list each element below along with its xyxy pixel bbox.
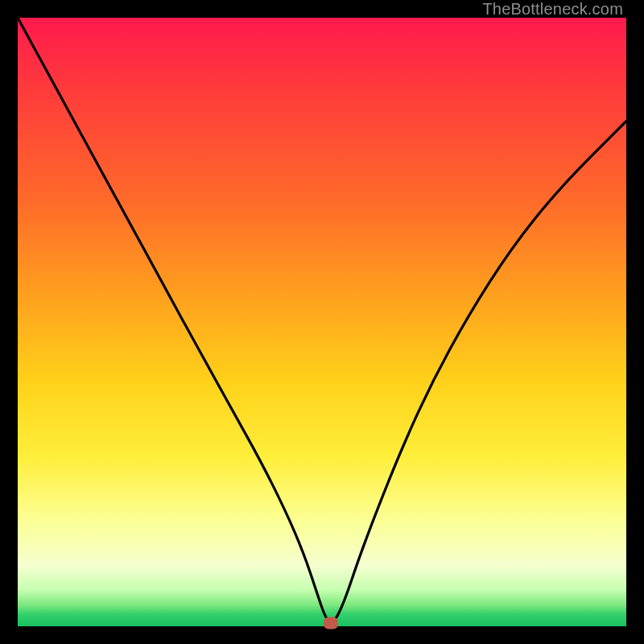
curve-path <box>18 18 626 621</box>
chart-frame: TheBottleneck.com <box>0 0 644 644</box>
plot-area <box>18 18 626 626</box>
watermark-text: TheBottleneck.com <box>482 0 623 19</box>
optimum-marker <box>324 617 338 630</box>
bottleneck-curve <box>18 18 626 626</box>
